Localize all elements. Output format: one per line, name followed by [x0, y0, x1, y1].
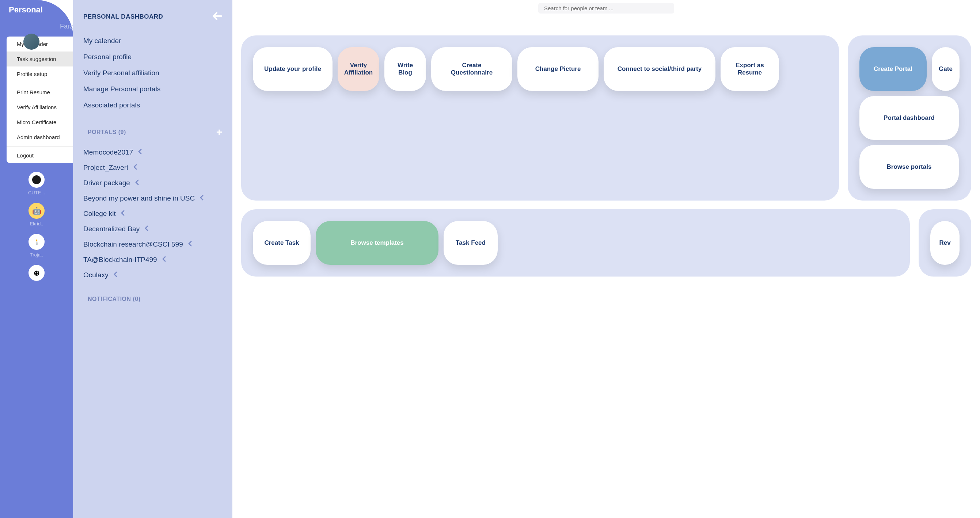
card-write-blog[interactable]: Write Blog — [384, 47, 426, 91]
portal-name: Memocode2017 — [83, 148, 133, 156]
nav-manage-portals[interactable]: Manage Personal portals — [83, 81, 222, 97]
chevron-left-icon — [135, 180, 139, 187]
portal-item[interactable]: Beyond my power and shine in USC — [83, 191, 222, 206]
portal-name: Oculaxy — [83, 271, 108, 279]
chevron-left-icon — [114, 272, 117, 279]
avatar-label: CUTE .. — [28, 190, 45, 195]
card-create-task[interactable]: Create Task — [253, 221, 310, 265]
dashboard-panel: PERSONAL DASHBOARD My calender Personal … — [73, 0, 232, 518]
avatar-circle: ⊕ — [29, 265, 45, 281]
card-browse-portals[interactable]: Browse portals — [859, 145, 959, 189]
portal-item[interactable]: Project_Zaveri — [83, 160, 222, 175]
avatar-circle: 🕯️ — [29, 234, 45, 250]
avatar-label: Troja.. — [30, 252, 43, 257]
sidebar-left: Personal Farzad My Calender Task suggest… — [0, 0, 73, 518]
nav-my-calender[interactable]: My calender — [83, 33, 222, 49]
portal-name: TA@Blockchain-ITP499 — [83, 256, 157, 264]
menu-task-suggestion[interactable]: Task suggestion — [6, 51, 73, 67]
avatar-item-4[interactable]: ⊕ — [29, 265, 45, 281]
search-bar — [530, 0, 683, 18]
portal-name: Blockchain research@CSCI 599 — [83, 240, 183, 248]
portal-item[interactable]: Decentralized Bay — [83, 221, 222, 237]
search-input[interactable] — [538, 3, 674, 14]
chevron-left-icon — [200, 195, 204, 202]
avatar-item-troja[interactable]: 🕯️ Troja.. — [29, 234, 45, 257]
portals-section-title: PORTALS (9) — [88, 129, 126, 135]
chevron-left-icon — [121, 210, 125, 218]
card-group-rev: Rev — [919, 209, 971, 276]
panel-title: PERSONAL DASHBOARD — [83, 13, 163, 21]
portal-name: Decentralized Bay — [83, 225, 140, 233]
chevron-left-icon — [138, 149, 142, 156]
back-arrow-icon[interactable] — [213, 11, 222, 23]
menu-my-calender[interactable]: My Calender — [6, 37, 73, 51]
portal-item[interactable]: Blockchain research@CSCI 599 — [83, 237, 222, 252]
portal-name: Project_Zaveri — [83, 164, 128, 172]
card-create-questionnaire[interactable]: Create Questionnaire — [431, 47, 512, 91]
avatar-circle: 🤖 — [29, 203, 45, 219]
portal-name: Beyond my power and shine in USC — [83, 194, 195, 202]
sidebar-title: Personal — [0, 0, 73, 18]
card-portal-dashboard[interactable]: Portal dashboard — [859, 96, 959, 140]
card-verify-affiliation[interactable]: Verify Affiliation — [337, 47, 379, 91]
nav-associated-portals[interactable]: Associated portals — [83, 97, 222, 113]
portal-item[interactable]: TA@Blockchain-ITP499 — [83, 252, 222, 267]
chevron-left-icon — [162, 256, 166, 264]
avatar-item-cute[interactable]: CUTE .. — [28, 172, 45, 195]
card-connect-social[interactable]: Connect to social/third party — [604, 47, 716, 91]
chevron-left-icon — [145, 226, 148, 233]
chevron-left-icon — [134, 164, 137, 171]
avatar-circle — [29, 172, 45, 188]
menu-panel: My Calender Task suggestion Profile setu… — [6, 37, 73, 163]
menu-divider — [6, 83, 73, 83]
portal-name: Driver package — [83, 179, 130, 187]
add-portal-icon[interactable]: + — [216, 126, 222, 138]
card-export-resume[interactable]: Export as Resume — [721, 47, 779, 91]
avatar-item-ekrid[interactable]: 🤖 Ekrid.. — [29, 203, 45, 227]
menu-divider — [6, 146, 73, 146]
card-browse-templates[interactable]: Browse templates — [316, 221, 439, 265]
card-group-tasks: Create Task Browse templates Task Feed — [241, 209, 910, 276]
portal-item[interactable]: Oculaxy — [83, 267, 222, 283]
card-update-profile[interactable]: Update your profile — [253, 47, 332, 91]
portal-item[interactable]: Driver package — [83, 175, 222, 191]
card-rev[interactable]: Rev — [930, 221, 959, 265]
card-group-profile: Update your profile Verify Affiliation W… — [241, 35, 839, 200]
menu-admin-dashboard[interactable]: Admin dashboard — [6, 130, 73, 145]
nav-verify-affiliation[interactable]: Verify Personal affiliation — [83, 65, 222, 81]
card-gate[interactable]: Gate — [932, 47, 959, 91]
card-change-picture[interactable]: Change Picture — [517, 47, 598, 91]
portal-item[interactable]: Memocode2017 — [83, 145, 222, 160]
portal-name: College kit — [83, 210, 116, 218]
portal-item[interactable]: College kit — [83, 206, 222, 221]
chevron-left-icon — [188, 241, 192, 248]
menu-print-resume[interactable]: Print Resume — [6, 85, 73, 100]
menu-logout[interactable]: Logout — [6, 148, 73, 163]
avatar-list: CUTE .. 🤖 Ekrid.. 🕯️ Troja.. ⊕ — [0, 163, 73, 290]
main-content: Update your profile Verify Affiliation W… — [232, 0, 980, 518]
menu-micro-certificate[interactable]: Micro Certificate — [6, 115, 73, 130]
nav-personal-profile[interactable]: Personal profile — [83, 49, 222, 65]
card-create-portal[interactable]: Create Portal — [859, 47, 927, 91]
notification-section-title: NOTIFICATION (0) — [88, 296, 141, 302]
user-avatar[interactable] — [23, 33, 40, 50]
menu-profile-setup[interactable]: Profile setup — [6, 67, 73, 81]
avatar-label: Ekrid.. — [30, 221, 43, 227]
menu-verify-affiliations[interactable]: Verify Affiliations — [6, 100, 73, 115]
card-task-feed[interactable]: Task Feed — [444, 221, 498, 265]
card-group-portals: Create Portal Gate Portal dashboard Brow… — [848, 35, 971, 200]
